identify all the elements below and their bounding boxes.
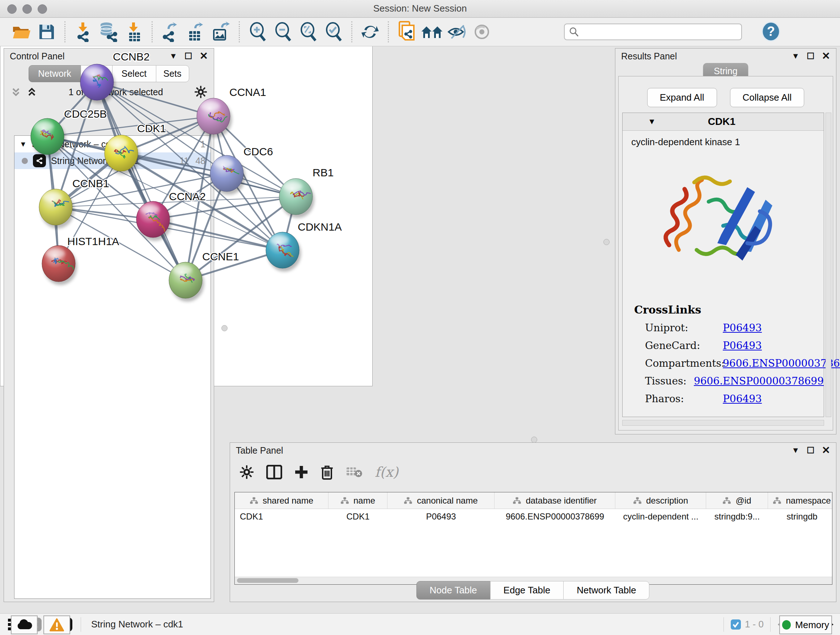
warning-icon [50,618,64,631]
close-panel-button[interactable]: ✕ [822,445,830,455]
tree-attribute-icon [513,497,521,505]
table-panel-title: Table Panel [236,445,283,456]
table-cell: P06493 [387,509,494,524]
toolbar-separator [81,617,81,632]
help-button[interactable]: ? [759,21,783,43]
crosslink-label: Pharos: [645,393,723,405]
crosslink-link[interactable]: 9606.ENSP00000378699 [694,375,824,387]
current-network-title: String Network – cdk1 [91,619,183,630]
string-document-button[interactable] [394,20,419,44]
column-header-namespace[interactable]: namespace [768,492,832,509]
crosslink-link[interactable]: P06493 [723,322,762,334]
delete-column-button[interactable] [321,464,333,480]
vertical-scrollbar[interactable] [826,112,831,417]
node-table: shared namenamecanonical namedatabase id… [234,492,832,585]
protein-name: CDK1 [656,116,788,127]
tree-attribute-icon [722,497,731,505]
crosslink-label: Compartments: [645,357,723,369]
protein-structure-image [651,153,796,294]
node-label: HIST1H1A [67,235,119,247]
crosslink-row: Uniprot: P06493 [645,322,824,334]
selected-node-edge-count: 1 - 0 [745,619,764,630]
table-cell: CDK1 [235,509,328,524]
memory-button[interactable]: Memory [779,616,832,634]
expand-all-button[interactable]: Expand All [647,88,717,107]
float-panel-button[interactable]: ▼ [791,447,799,454]
crosslink-row: Tissues: 9606.ENSP00000378699 [645,375,824,387]
application-window: Session: New Session [0,0,840,635]
network-graph-canvas[interactable]: CCNB2CCNA1CDC25BCDK1CDC6RB1CCNB1CCNA2CDK… [0,0,372,364]
protein-card-header[interactable]: ▼ CDK1 [622,113,824,131]
string-home-button[interactable] [419,20,445,44]
memory-status-dot [782,620,791,630]
table-toolbar: f(x) [237,460,836,484]
protein-card: ▼ CDK1 cyclin-dependent kinase 1 [622,112,824,417]
column-header-database-identifier[interactable]: database identifier [494,492,615,509]
crosslink-row: Pharos: P06493 [645,393,824,405]
gear-icon [240,465,254,479]
show-columns-button[interactable] [266,465,282,479]
collapse-all-button[interactable]: Collapse All [730,88,805,107]
undock-panel-button[interactable]: ☐ [807,446,815,455]
table-row[interactable]: CDK1CDK1P064939606.ENSP00000378699cyclin… [235,509,832,524]
close-panel-button[interactable]: ✕ [822,51,830,61]
cloud-status-button[interactable] [11,616,38,634]
node-label: CDKN1A [298,221,342,233]
tab-network-table[interactable]: Network Table [563,581,649,600]
horizontal-scrollbar[interactable] [622,420,824,426]
add-column-button[interactable] [294,465,308,479]
search-input[interactable] [579,27,737,37]
crosslink-link[interactable]: P06493 [723,393,762,405]
table-options-button[interactable] [240,465,254,479]
network-view-panel: CCNB2CCNA1CDC25BCDK1CDC6RB1CCNB1CCNA2CDK… [0,0,373,386]
table-cell: cyclin-dependent ... [615,509,706,524]
string-results-box: Expand All Collapse All ▼ CDK1 cyclin-de… [618,76,833,431]
column-header-description[interactable]: description [615,492,706,509]
undock-panel-button[interactable]: ☐ [807,52,815,60]
node-label: CCNA2 [169,190,206,203]
toolbar-separator [770,617,771,632]
delete-table-icon [346,466,363,478]
selected-checkbox-icon[interactable] [730,619,741,630]
crosslink-link[interactable]: 9606.ENSP00000378699 [723,357,840,369]
hide-glass-button[interactable] [445,20,470,44]
table-panel-header: Table Panel ▼ ☐ ✕ [230,443,836,458]
table-cell: stringdb [768,509,832,524]
node-label: CDK1 [137,122,166,134]
node-label: CCNB1 [73,177,109,189]
delete-table-button[interactable] [346,466,363,478]
tree-attribute-icon [404,497,412,505]
crosslinks-title: CrossLinks [634,303,824,316]
protein-description: cyclin-dependent kinase 1 [622,131,824,148]
toolbar-separator [388,21,389,42]
float-panel-button[interactable]: ▼ [791,52,799,60]
disclosure-triangle-icon[interactable]: ▼ [648,117,656,126]
tree-attribute-icon [340,497,349,505]
plus-icon [294,465,308,479]
network-view-toolbar: String Network – cdk1 1 - 0 0 - 0 [0,613,840,635]
crosslink-link[interactable]: P06493 [723,340,762,352]
table-tabs: Node Table Edge Table Network Table [230,581,836,600]
splitter-grip[interactable] [221,325,227,331]
help-icon: ? [761,21,780,42]
function-builder-button[interactable]: f(x) [375,464,398,480]
table-cell: CDK1 [328,509,387,524]
tab-node-table[interactable]: Node Table [416,581,491,600]
column-header-canonical-name[interactable]: canonical name [387,492,494,509]
table-panel: Table Panel ▼ ☐ ✕ [230,442,836,602]
show-glass-button[interactable] [470,20,495,44]
tab-edge-table[interactable]: Edge Table [490,581,564,600]
warning-status-button[interactable] [43,616,70,634]
column-header-shared-name[interactable]: shared name [235,492,328,509]
houses-icon [421,24,443,40]
eye-icon [473,24,492,40]
node-label: CCNB2 [113,51,150,63]
column-header--id[interactable]: @id [706,492,768,509]
column-header-name[interactable]: name [328,492,387,509]
table-cell: stringdb:9... [706,509,768,524]
splitter-grip[interactable] [531,437,537,443]
splitter-grip[interactable] [603,239,609,245]
node-label: CCNE1 [202,250,239,263]
crosslink-row: Compartments: 9606.ENSP00000378699 [645,357,824,369]
node-label: RB1 [313,166,333,179]
